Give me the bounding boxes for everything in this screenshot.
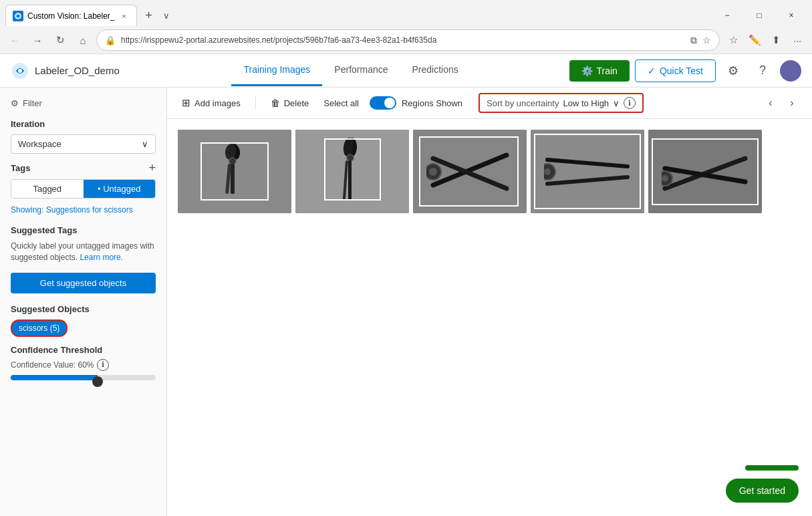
nav-predictions[interactable]: Predictions — [400, 55, 470, 86]
prev-page-btn[interactable]: ‹ — [761, 94, 780, 112]
app-title: Labeler_OD_demo — [35, 65, 120, 76]
confidence-title: Confidence Threshold — [11, 345, 156, 355]
delete-btn[interactable]: 🗑 Delete — [267, 95, 313, 111]
confidence-thumb[interactable] — [92, 376, 103, 387]
image-grid — [167, 119, 812, 516]
showing-text: Showing: Suggestions for scissors — [11, 205, 156, 215]
sort-info-icon[interactable]: ℹ — [624, 97, 636, 109]
iteration-label: Iteration — [11, 119, 156, 129]
get-suggested-objects-btn[interactable]: Get suggested objects — [11, 273, 156, 293]
quick-test-button[interactable]: ✓ Quick Test — [635, 59, 716, 82]
toggle-container: Regions Shown — [370, 96, 462, 110]
browser-chrome: Custom Vision: Labeler_ × + ∨ − □ × ← → … — [0, 0, 812, 54]
train-label: Train — [597, 66, 618, 76]
collections-icon[interactable]: ☆ — [724, 31, 742, 49]
nav-bar: ← → ↻ ⌂ 🔒 https://irisppewu2-portal.azur… — [0, 27, 812, 53]
add-tag-btn[interactable]: + — [148, 162, 156, 174]
bounding-box-3 — [419, 136, 519, 207]
annotation-icon[interactable]: ✏️ — [745, 31, 764, 49]
confidence-track — [11, 375, 156, 380]
more-icon[interactable]: ··· — [788, 31, 807, 49]
confidence-slider[interactable] — [11, 375, 156, 388]
regions-label: Regions Shown — [402, 98, 462, 108]
share-icon[interactable]: ⬆ — [767, 31, 785, 49]
get-started-btn[interactable]: Get started — [726, 479, 799, 503]
confidence-value: Confidence Value: 60% ℹ — [11, 359, 156, 371]
avatar[interactable] — [780, 60, 801, 82]
select-all-label: Select all — [323, 98, 359, 108]
iteration-dropdown[interactable]: Workspace ∨ — [11, 134, 156, 154]
image-cell-1[interactable] — [178, 130, 291, 213]
toolbar-divider-1 — [255, 96, 256, 110]
sort-dropdown-icon: ∨ — [613, 98, 620, 108]
filter-label: Filter — [23, 98, 42, 108]
showing-value: Suggestions for scissors — [46, 205, 133, 215]
refresh-btn[interactable]: ↻ — [51, 31, 70, 49]
title-bar: Custom Vision: Labeler_ × + ∨ − □ × — [0, 0, 812, 27]
scissors-tag[interactable]: scissors (5) — [11, 319, 156, 345]
untagged-btn[interactable]: • Untagged — [84, 180, 156, 198]
tags-header: Tags + — [11, 162, 156, 174]
sort-box[interactable]: Sort by uncertainty Low to High ∨ ℹ — [479, 93, 644, 113]
main-layout: ⚙ Filter Iteration Workspace ∨ Tags + Ta… — [0, 88, 812, 516]
bounding-box-5 — [652, 138, 759, 205]
app-logo: Labeler_OD_demo — [11, 61, 120, 80]
back-btn[interactable]: ← — [5, 31, 24, 49]
suggested-tags-desc: Quickly label your untagged images with … — [11, 241, 156, 263]
scissors-tag-badge[interactable]: scissors (5) — [11, 319, 67, 337]
help-icon-btn[interactable]: ? — [751, 59, 775, 83]
quick-test-label: Quick Test — [660, 66, 703, 76]
minimize-btn[interactable]: − — [712, 5, 742, 25]
nav-performance[interactable]: Performance — [322, 55, 400, 86]
regions-toggle[interactable] — [370, 96, 396, 110]
nav-training-images[interactable]: Training Images — [231, 55, 322, 86]
toolbar: ⊞ Add images 🗑 Delete Select all Regions… — [167, 88, 812, 119]
tab-title: Custom Vision: Labeler_ — [27, 11, 115, 21]
check-icon: ✓ — [648, 66, 656, 76]
address-url: https://irisppewu2-portal.azurewebsites.… — [121, 35, 685, 45]
header-actions: ⚙️ Train ✓ Quick Test ⚙ ? — [569, 59, 802, 83]
filter-section[interactable]: ⚙ Filter — [11, 96, 156, 111]
bottom-right: Get started — [726, 465, 799, 503]
bounding-box-2 — [324, 138, 381, 201]
progress-bar — [745, 465, 799, 471]
address-bar[interactable]: 🔒 https://irisppewu2-portal.azurewebsite… — [96, 29, 720, 51]
add-images-label: Add images — [194, 98, 241, 108]
close-btn[interactable]: × — [776, 5, 807, 25]
image-cell-5[interactable] — [648, 130, 762, 213]
app-logo-icon — [11, 61, 29, 80]
gear-icon: ⚙️ — [581, 66, 593, 76]
add-images-btn[interactable]: ⊞ Add images — [178, 94, 245, 112]
new-tab-btn[interactable]: + — [140, 6, 158, 25]
app-nav: Training Images Performance Predictions — [133, 55, 569, 86]
filter-icon: ⚙ — [11, 98, 19, 108]
settings-icon-btn[interactable]: ⚙ — [721, 59, 745, 83]
suggested-tags-title: Suggested Tags — [11, 225, 156, 235]
tags-title: Tags — [11, 163, 30, 173]
home-btn[interactable]: ⌂ — [74, 31, 92, 49]
sidebar: ⚙ Filter Iteration Workspace ∨ Tags + Ta… — [0, 88, 167, 516]
svg-point-2 — [18, 69, 22, 73]
tab-close-btn[interactable]: × — [119, 11, 130, 21]
favorite-icon: ☆ — [702, 35, 711, 45]
bounding-box-4 — [534, 134, 641, 209]
maximize-btn[interactable]: □ — [744, 5, 775, 25]
forward-btn[interactable]: → — [28, 31, 47, 49]
confidence-info-icon[interactable]: ℹ — [97, 359, 109, 371]
image-cell-4[interactable] — [531, 130, 644, 213]
image-cell-2[interactable] — [295, 130, 409, 213]
browser-tab[interactable]: Custom Vision: Labeler_ × — [5, 5, 137, 26]
main-content: ⊞ Add images 🗑 Delete Select all Regions… — [167, 88, 812, 516]
lock-icon: 🔒 — [105, 35, 116, 45]
suggested-objects-title: Suggested Objects — [11, 304, 156, 314]
image-cell-3[interactable] — [413, 130, 527, 213]
tagged-btn[interactable]: Tagged — [11, 180, 84, 198]
tab-icon — [13, 11, 23, 21]
chevron-down-icon: ∨ — [142, 139, 148, 149]
app-header: Labeler_OD_demo Training Images Performa… — [0, 54, 812, 88]
train-button[interactable]: ⚙️ Train — [569, 60, 630, 82]
next-page-btn[interactable]: › — [783, 94, 801, 112]
learn-more-link[interactable]: Learn more. — [80, 253, 123, 262]
tab-dropdown-btn[interactable]: ∨ — [158, 7, 174, 23]
bounding-box-1 — [200, 142, 269, 201]
